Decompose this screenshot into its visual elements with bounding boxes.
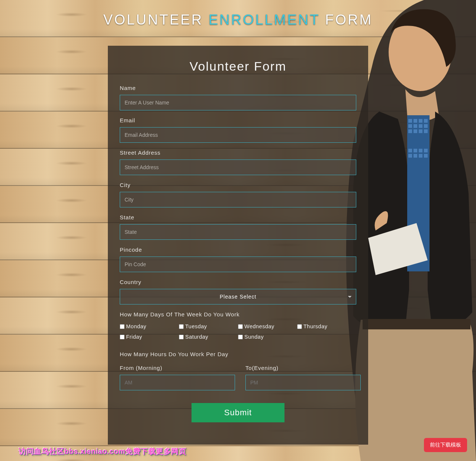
svg-rect-15	[414, 149, 417, 152]
checkbox-friday[interactable]	[120, 335, 125, 339]
street-label: Street Address	[120, 149, 356, 156]
submit-button[interactable]: Submit	[192, 403, 284, 422]
svg-rect-6	[408, 124, 412, 128]
svg-rect-9	[424, 124, 428, 128]
svg-rect-8	[419, 124, 422, 128]
checkbox-saturday[interactable]	[179, 335, 184, 339]
svg-rect-4	[419, 119, 422, 123]
svg-rect-10	[408, 129, 412, 133]
pincode-input[interactable]	[120, 257, 356, 272]
svg-rect-22	[363, 319, 470, 329]
country-select[interactable]: Please Select	[120, 289, 356, 304]
from-input[interactable]	[120, 375, 235, 390]
to-label: To(Evening)	[245, 365, 361, 371]
watermark-text: 访问血鸟社区bbs.xieniao.com免费下载更多网页	[19, 447, 186, 457]
checkbox-sunday[interactable]	[238, 335, 243, 339]
day-thursday[interactable]: Thursday	[297, 323, 356, 329]
day-sunday[interactable]: Sunday	[238, 334, 297, 340]
state-input[interactable]	[120, 224, 356, 240]
days-question-label: How Many Days Of The Week Do You Work	[120, 311, 356, 317]
download-template-button[interactable]: 前往下载模板	[424, 438, 467, 452]
country-label: Country	[120, 279, 356, 285]
svg-rect-7	[414, 124, 417, 128]
day-monday[interactable]: Monday	[120, 323, 179, 329]
day-tuesday[interactable]: Tuesday	[179, 323, 238, 329]
page-title-pre: VOLUNTEER	[103, 12, 209, 28]
svg-rect-17	[424, 149, 428, 152]
svg-rect-19	[414, 154, 417, 158]
page-title: VOLUNTEER ENROLLMENT FORM	[0, 0, 476, 46]
hours-row: From (Morning) To(Evening)	[120, 361, 356, 390]
day-wednesday[interactable]: Wednesday	[238, 323, 297, 329]
svg-rect-20	[419, 154, 422, 158]
checkbox-thursday[interactable]	[297, 324, 302, 329]
form-heading: Volunteer Form	[120, 59, 356, 74]
svg-rect-18	[408, 154, 412, 158]
days-group: Monday Tuesday Wednesday Thursday Friday…	[120, 323, 356, 344]
pincode-label: Pincode	[120, 246, 356, 253]
page-title-accent: ENROLLMENT	[209, 12, 320, 28]
svg-rect-12	[419, 129, 422, 133]
email-input[interactable]	[120, 127, 356, 143]
page-title-post: FORM	[320, 12, 373, 28]
svg-rect-3	[414, 119, 417, 123]
form-card: Volunteer Form Name Email Street Address…	[108, 46, 368, 445]
checkbox-wednesday[interactable]	[238, 324, 243, 329]
city-input[interactable]	[120, 192, 356, 207]
name-input[interactable]	[120, 95, 356, 110]
svg-rect-14	[408, 149, 412, 152]
svg-rect-16	[419, 149, 422, 152]
day-friday[interactable]: Friday	[120, 334, 179, 340]
svg-rect-11	[414, 129, 417, 133]
checkbox-tuesday[interactable]	[179, 324, 184, 329]
svg-rect-5	[424, 119, 428, 123]
name-label: Name	[120, 85, 356, 91]
svg-rect-2	[408, 119, 412, 123]
email-label: Email	[120, 117, 356, 123]
checkbox-monday[interactable]	[120, 324, 125, 329]
from-label: From (Morning)	[120, 365, 235, 371]
to-input[interactable]	[245, 375, 361, 390]
state-label: State	[120, 214, 356, 220]
svg-rect-21	[424, 154, 428, 158]
hours-question-label: How Many Hours Do You Work Per Day	[120, 351, 356, 357]
city-label: City	[120, 182, 356, 188]
svg-rect-13	[424, 129, 428, 133]
street-input[interactable]	[120, 159, 356, 175]
svg-rect-1	[407, 115, 430, 271]
day-saturday[interactable]: Saturday	[179, 334, 238, 340]
